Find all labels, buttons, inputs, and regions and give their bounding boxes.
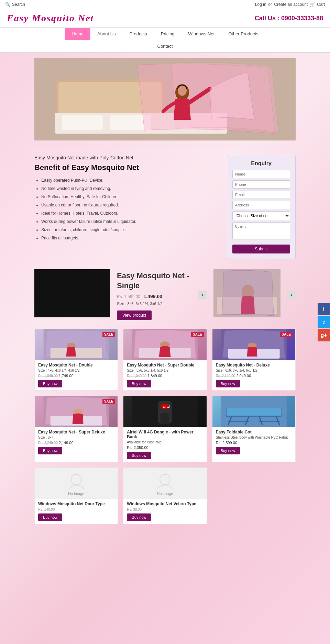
no-image-label-1: No image [68, 492, 84, 496]
buy-button-superdouble[interactable]: Buy now [127, 380, 151, 387]
product-price-win-door: Rs. 140.00 [38, 507, 114, 511]
product-price-deluxe: Rs. 2,149.00 2,049.00 [216, 374, 292, 378]
benefits-subtitle: Easy Mosquito Net made with Poly-Cotton … [34, 155, 220, 160]
product-name-superdeluxe: Easy Mosquito Net - Super Deluxe [38, 430, 114, 434]
svg-point-7 [178, 86, 187, 96]
hero-svg [34, 58, 296, 140]
featured-price-old: Rs. 1,599.00 [117, 294, 140, 299]
view-product-button[interactable]: View product [117, 310, 152, 320]
nav-contact[interactable]: Contact [151, 40, 180, 52]
product-img-dongle: airtel [123, 396, 206, 427]
svg-rect-8 [34, 269, 110, 317]
product-card-superdouble: SALE Easy Mosquito Net - Super Double Si… [123, 329, 207, 391]
nav-other-products[interactable]: Other Products [221, 28, 265, 40]
product-size-superdouble: Size : 5x6, 5x6 1/4, 5x6 1/2 [127, 369, 203, 372]
enquiry-size-select[interactable]: Choose Size of net 3x6 3x6 1/4 4x6 4x6 1… [232, 211, 290, 220]
buy-button-superdeluxe[interactable]: Buy now [38, 447, 62, 454]
no-image-label-2: No image [157, 492, 173, 496]
product-price-dongle: Rs. 2,350.00 [127, 445, 203, 450]
section-divider [34, 146, 296, 146]
hero-banner [34, 58, 296, 140]
featured-product-section: Easy Mosquito Net - Single Rs. 1,599.00 … [0, 266, 330, 324]
facebook-button[interactable]: f [318, 303, 330, 315]
svg-point-38 [71, 474, 81, 485]
login-link[interactable]: Log in [255, 2, 266, 7]
featured-product-image [34, 269, 110, 317]
product-price-cot: Rs. 2,599.00 [216, 441, 292, 445]
product-price-double: Rs. 1,849.00 1,749.00 [38, 374, 114, 378]
account-area: Log in or Create an account 🛒 Cart [255, 2, 325, 7]
benefit-8: Price fits all budgets. [41, 234, 220, 242]
search-area[interactable]: 🔍 Search [5, 2, 25, 7]
googleplus-button[interactable]: g+ [318, 329, 330, 341]
benefit-1: Easily operated Push-Pull Device. [41, 176, 220, 184]
product-card-cot: Easy Foldable Cot Stainless Steel body w… [212, 396, 296, 462]
product-img-cot [212, 396, 295, 427]
main-nav: Home About Us Products Pricing Windows N… [0, 28, 330, 53]
product-name-dongle: Airtel Wifi 4G Dongle - with Power Bank [127, 430, 203, 439]
buy-button-double[interactable]: Buy now [38, 380, 62, 387]
nav-windows-net[interactable]: Windows Net [182, 28, 222, 40]
buy-button-deluxe[interactable]: Buy now [216, 380, 240, 387]
featured-price-new: 1,499.00 [144, 294, 163, 299]
site-logo[interactable]: Easy Mosquito Net [7, 13, 94, 24]
cart-icon: 🛒 [310, 2, 315, 7]
next-arrow-button[interactable]: › [287, 291, 296, 299]
product-img-win-door: No image [35, 468, 118, 499]
benefit-5: Ideal for Homes, Hotels, Travel, Outdoor… [41, 209, 220, 217]
svg-rect-37 [226, 408, 281, 416]
enquiry-address[interactable] [232, 201, 290, 209]
enquiry-email[interactable] [232, 191, 290, 199]
enquiry-submit-button[interactable]: Submit [232, 245, 290, 253]
product-card-dongle: airtel Airtel Wifi 4G Dongle - with Powe… [123, 396, 207, 462]
featured-right-image [213, 269, 280, 317]
product-price-old-win-door: Rs. 140.00 [38, 508, 55, 511]
nav-pricing[interactable]: Pricing [154, 28, 182, 40]
product-card-superdeluxe: SALE Easy Mosquito Net - Super Deluxe Si… [34, 396, 118, 462]
phone-number: Call Us : 0900-33333-88 [255, 15, 323, 22]
enquiry-phone[interactable] [232, 180, 290, 189]
product-size-deluxe: Size : 6x6, 6x6 1/4, 6x6 1/2 [216, 369, 292, 372]
benefits-list: Easily operated Push-Pull Device. No tim… [34, 176, 220, 242]
nav-products[interactable]: Products [123, 28, 154, 40]
create-account-link[interactable]: Create an account [274, 2, 308, 7]
product-size-double: Size : 4x6, 4x6 1/4, 4x6 1/2 [38, 369, 114, 372]
product-card-body-cot: Easy Foldable Cot Stainless Steel body w… [212, 427, 295, 457]
cart-link[interactable]: Cart [317, 2, 325, 7]
featured-img-svg [34, 269, 110, 317]
nav-about[interactable]: About Us [90, 28, 122, 40]
product-card-body-win-velcro: Windows Mosquito Net Velcro Type Rs. 38.… [123, 499, 206, 524]
product-card-deluxe: SALE Easy Mosquito Net - Deluxe Size : 6… [212, 329, 296, 391]
header: Easy Mosquito Net Call Us : 0900-33333-8… [0, 9, 330, 28]
svg-text:airtel: airtel [163, 405, 170, 408]
product-price-superdouble: Rs. 1,049.00 1,849.00 [127, 374, 203, 378]
buy-button-cot[interactable]: Buy now [216, 447, 240, 454]
benefit-6: Works during power failure unlike mats &… [41, 217, 220, 226]
nav-home[interactable]: Home [65, 28, 90, 40]
buy-button-win-door[interactable]: Buy now [38, 513, 62, 521]
enquiry-title: Enquiry [232, 160, 290, 167]
product-size-cot: Stainless Steel body with Washable PVC F… [216, 436, 292, 439]
twitter-button[interactable]: 𝑡 [318, 316, 330, 328]
buy-button-dongle[interactable]: Buy now [127, 452, 151, 459]
product-grid: SALE Easy Mosquito Net - Double Size : 4… [0, 325, 330, 528]
product-size-dongle: Available for Post Paid [127, 440, 203, 444]
enquiry-form: Enquiry Choose Size of net 3x6 3x6 1/4 4… [227, 155, 296, 259]
enquiry-name[interactable] [232, 170, 290, 178]
product-img-win-velcro: No image [123, 468, 206, 499]
product-price-superdeluxe: Rs. 2,249.00 2,149.00 [38, 441, 114, 445]
benefit-3: No Suffocation, Healthy, Safe for Childr… [41, 193, 220, 201]
featured-product-price: Rs. 1,599.00 1,499.00 [117, 293, 191, 300]
enquiry-query[interactable] [232, 222, 290, 239]
benefits-section: Easy Mosquito Net made with Poly-Cotton … [34, 155, 220, 259]
or-text: or [268, 2, 272, 7]
featured-right-svg [213, 269, 280, 317]
product-size-superdeluxe: Size : 6x7 [38, 436, 114, 439]
svg-point-39 [160, 474, 170, 485]
prev-arrow-button[interactable]: ‹ [198, 291, 207, 299]
product-price-new-double: 1,749.00 [59, 374, 74, 378]
product-dongle-svg: airtel [123, 396, 206, 427]
main-section: Easy Mosquito Net made with Poly-Cotton … [0, 151, 330, 262]
product-name-deluxe: Easy Mosquito Net - Deluxe [216, 363, 292, 368]
buy-button-win-velcro[interactable]: Buy now [127, 513, 151, 521]
